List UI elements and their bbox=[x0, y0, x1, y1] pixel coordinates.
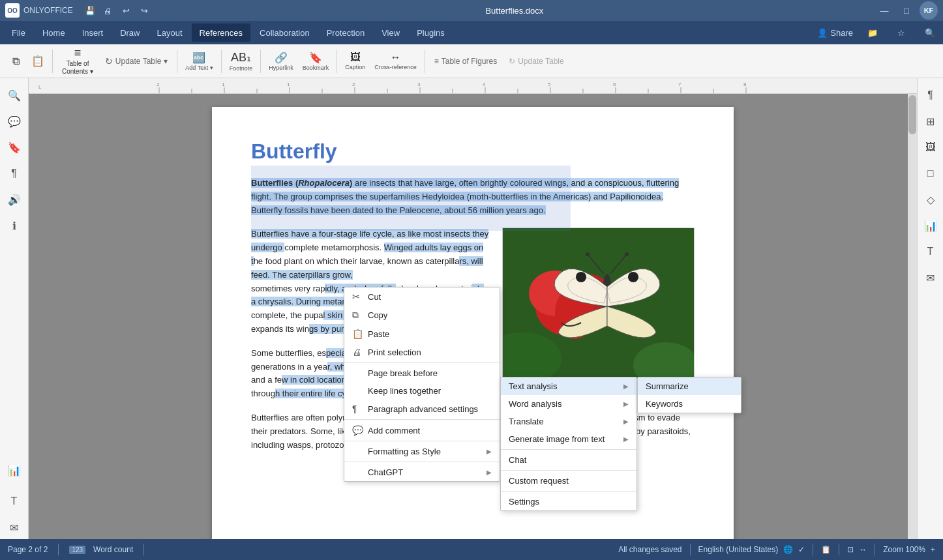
ctx-translate[interactable]: Translate ▶ bbox=[501, 413, 636, 430]
zoom-in-icon[interactable]: + bbox=[931, 545, 935, 554]
sidebar-right-table-icon[interactable]: ⊞ bbox=[919, 110, 942, 133]
refresh-icon: ↻ bbox=[105, 56, 113, 66]
vertical-scrollbar[interactable] bbox=[908, 94, 917, 539]
minimize-button[interactable]: — bbox=[875, 3, 893, 18]
paste-button[interactable]: 📋 bbox=[27, 47, 48, 76]
ctx-summarize[interactable]: Summarize bbox=[638, 377, 741, 395]
sidebar-right-mail-icon[interactable]: ✉ bbox=[919, 266, 942, 289]
menubar: File Home Insert Draw Layout References … bbox=[0, 21, 943, 44]
sidebar-right-para-icon[interactable]: ¶ bbox=[919, 83, 942, 107]
sidebar-right-image-icon[interactable]: 🖼 bbox=[919, 136, 942, 159]
sidebar-bookmark-button[interactable]: 🔖 bbox=[3, 136, 26, 159]
sidebar-search-button[interactable]: 🔍 bbox=[3, 83, 26, 107]
sidebar-info-button[interactable]: ℹ bbox=[3, 214, 26, 237]
svg-point-38 bbox=[628, 272, 638, 282]
search-icon[interactable]: 🔍 bbox=[921, 25, 939, 40]
ctx-ai-sep-1 bbox=[501, 449, 636, 450]
print-button[interactable]: 🖨 bbox=[99, 3, 117, 18]
language[interactable]: English (United States) bbox=[698, 545, 779, 554]
sidebar-mail-button[interactable]: ✉ bbox=[3, 516, 26, 539]
save-button[interactable]: 💾 bbox=[81, 3, 99, 18]
footnote-icon: AB₁ bbox=[231, 50, 251, 65]
menu-draw[interactable]: Draw bbox=[112, 23, 147, 42]
hyperlink-button[interactable]: 🔗 Hyperlink bbox=[265, 47, 297, 76]
ctx-keep-lines[interactable]: Keep lines together bbox=[344, 382, 500, 400]
sidebar-chart-button[interactable]: 📊 bbox=[3, 458, 26, 482]
ctx-custom-label: Custom request bbox=[509, 476, 569, 486]
sidebar-right-text-style-icon[interactable]: T bbox=[919, 240, 942, 263]
sidebar-comment-button[interactable]: 💬 bbox=[3, 110, 26, 133]
ctx-para-settings[interactable]: ¶ Paragraph advanced settings bbox=[344, 400, 500, 418]
menu-insert[interactable]: Insert bbox=[74, 23, 112, 42]
menu-home[interactable]: Home bbox=[35, 23, 73, 42]
menu-plugins[interactable]: Plugins bbox=[409, 23, 453, 42]
context-menu-text-analysis: Summarize Keywords bbox=[637, 377, 741, 413]
svg-text:5: 5 bbox=[548, 81, 551, 87]
sidebar-text-style-button[interactable]: T bbox=[3, 490, 26, 513]
ctx-summarize-label: Summarize bbox=[646, 381, 689, 391]
menu-file[interactable]: File bbox=[4, 23, 33, 42]
ctx-print[interactable]: 🖨 Print selection bbox=[344, 343, 500, 361]
bookmark-button[interactable]: 🔖 Bookmark bbox=[299, 47, 333, 76]
share-button[interactable]: 👤 Share bbox=[817, 28, 853, 38]
ctx-formatting-style[interactable]: Formatting as Style ▶ bbox=[344, 443, 500, 460]
fit-page-icon[interactable]: ⊡ bbox=[847, 545, 854, 554]
spellcheck-icon[interactable]: ✓ bbox=[798, 545, 805, 554]
svg-point-37 bbox=[576, 272, 586, 282]
ctx-page-break[interactable]: Page break before bbox=[344, 364, 500, 382]
svg-text:2: 2 bbox=[352, 81, 355, 87]
ctx-chat[interactable]: Chat bbox=[501, 451, 636, 469]
sidebar-right-section-icon[interactable]: □ bbox=[919, 162, 942, 185]
toc-button[interactable]: ≡ Table ofContents ▾ bbox=[57, 47, 98, 76]
status-sep-1 bbox=[58, 544, 59, 555]
ctx-settings[interactable]: Settings bbox=[501, 493, 636, 510]
butterfly-image bbox=[502, 228, 695, 384]
track-changes-icon[interactable]: 📋 bbox=[821, 545, 831, 554]
ctx-paste[interactable]: 📋 Paste bbox=[344, 325, 500, 343]
context-menu-text: ✂ Cut ⧉ Copy 📋 Paste 🖨 Print selection P… bbox=[344, 287, 500, 482]
maximize-button[interactable]: □ bbox=[897, 3, 916, 18]
status-sep-6 bbox=[875, 544, 875, 555]
caption-button[interactable]: 🖼 Caption bbox=[341, 47, 369, 76]
table-of-figures-button[interactable]: ≡ Table of Figures bbox=[429, 47, 502, 76]
user-avatar[interactable]: KF bbox=[920, 1, 938, 20]
undo-button[interactable]: ↩ bbox=[117, 3, 136, 18]
ctx-text-analysis[interactable]: Text analysis ▶ bbox=[501, 377, 636, 395]
sidebar-paragraph-button[interactable]: ¶ bbox=[3, 162, 26, 185]
fit-width-icon[interactable]: ↔ bbox=[859, 545, 867, 554]
menu-references[interactable]: References bbox=[192, 23, 250, 42]
app-logo: OO ONLYOFFICE bbox=[5, 3, 73, 18]
ctx-cut[interactable]: ✂ Cut bbox=[344, 287, 500, 306]
redo-button[interactable]: ↪ bbox=[136, 3, 154, 18]
update-table-button[interactable]: ↻ Update Table ▾ bbox=[100, 47, 173, 76]
ctx-paste-label: Paste bbox=[368, 329, 389, 339]
cross-reference-button[interactable]: ↔ Cross-reference bbox=[370, 47, 421, 76]
status-sep-2 bbox=[143, 544, 144, 555]
star-icon[interactable]: ☆ bbox=[892, 25, 910, 40]
sidebar-right-shape-icon[interactable]: ◇ bbox=[919, 188, 942, 211]
ctx-para-label: Paragraph advanced settings bbox=[368, 404, 478, 414]
folder-icon[interactable]: 📁 bbox=[863, 25, 882, 40]
word-count[interactable]: Word count bbox=[93, 545, 133, 554]
para-icon: ¶ bbox=[352, 404, 363, 414]
scroll-thumb[interactable] bbox=[908, 95, 916, 134]
ctx-word-analysis[interactable]: Word analysis ▶ bbox=[501, 395, 636, 413]
ctx-custom-request[interactable]: Custom request bbox=[501, 472, 636, 490]
menu-layout[interactable]: Layout bbox=[149, 23, 190, 42]
add-text-button[interactable]: 🔤 Add Text ▾ bbox=[181, 47, 217, 76]
ctx-keywords[interactable]: Keywords bbox=[638, 395, 741, 413]
sidebar-right-chart-icon[interactable]: 📊 bbox=[919, 214, 942, 237]
footnote-button[interactable]: AB₁ Footnote bbox=[226, 47, 257, 76]
ctx-chatgpt[interactable]: ChatGPT ▶ bbox=[344, 464, 500, 481]
caption-icon: 🖼 bbox=[350, 52, 361, 63]
menu-collaboration[interactable]: Collaboration bbox=[252, 23, 318, 42]
sidebar-speaker-button[interactable]: 🔊 bbox=[3, 188, 26, 211]
menu-view[interactable]: View bbox=[374, 23, 408, 42]
copy-button[interactable]: ⧉ bbox=[5, 47, 26, 76]
toc-label: Table ofContents ▾ bbox=[62, 60, 93, 76]
ctx-generate-image[interactable]: Generate image from text ▶ bbox=[501, 430, 636, 448]
para2-selected-3: rs, will feed. The caterpillars grow, bbox=[251, 256, 483, 280]
ctx-copy[interactable]: ⧉ Copy bbox=[344, 306, 500, 325]
ctx-add-comment[interactable]: 💬 Add comment bbox=[344, 421, 500, 439]
menu-protection[interactable]: Protection bbox=[319, 23, 373, 42]
